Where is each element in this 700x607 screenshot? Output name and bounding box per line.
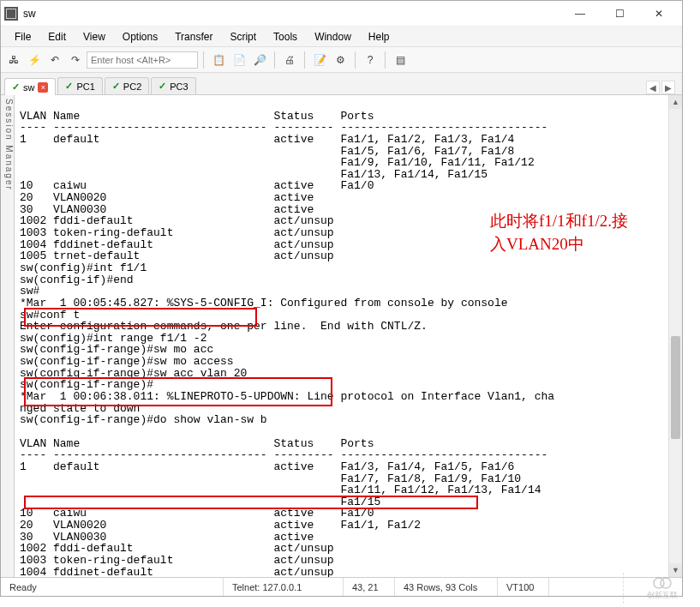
- properties-icon[interactable]: 📝: [310, 51, 329, 69]
- separator: [274, 51, 275, 69]
- host-input[interactable]: [87, 51, 198, 69]
- menu-script[interactable]: Script: [223, 29, 263, 45]
- content-area: Session Manager VLAN Name Status Ports -…: [1, 95, 682, 577]
- menubar: FileEditViewOptionsTransferScriptToolsWi…: [1, 27, 682, 47]
- window-controls: — ☐ ✕: [560, 2, 679, 26]
- status-connection: Telnet: 127.0.0.1: [224, 578, 344, 596]
- separator: [355, 51, 356, 69]
- tab-pc1[interactable]: ✓PC1: [57, 77, 102, 94]
- tab-close-icon[interactable]: ×: [38, 82, 48, 93]
- annotation-text: 此时将f1/1和f1/2.接 入VLAN20中: [490, 210, 628, 255]
- svg-point-1: [661, 578, 671, 588]
- paste-icon[interactable]: 📄: [230, 51, 248, 69]
- tab-label: PC1: [76, 81, 94, 92]
- reconnect-icon[interactable]: ↷: [66, 51, 85, 69]
- copy-icon[interactable]: 📋: [209, 51, 228, 69]
- options-icon[interactable]: ⚙: [331, 51, 350, 69]
- find-icon[interactable]: 🔎: [250, 51, 269, 69]
- separator: [304, 51, 305, 69]
- check-icon: ✓: [12, 81, 20, 93]
- tab-right-icon[interactable]: ▶: [661, 81, 675, 94]
- scroll-track[interactable]: [669, 109, 682, 563]
- print-icon[interactable]: 🖨: [280, 51, 299, 69]
- window-title: sw: [23, 8, 560, 20]
- tab-left-icon[interactable]: ◀: [646, 81, 660, 94]
- tab-scroll: ◀ ▶: [646, 81, 679, 94]
- session-manager-tab[interactable]: Session Manager: [1, 95, 15, 577]
- separator: [203, 51, 204, 69]
- tab-label: sw: [23, 82, 34, 93]
- watermark-text: 创新互联: [647, 590, 678, 601]
- status-term: VT100: [498, 578, 549, 596]
- menu-help[interactable]: Help: [362, 29, 397, 45]
- tab-sw[interactable]: ✓sw×: [4, 78, 56, 95]
- menu-transfer[interactable]: Transfer: [168, 29, 219, 45]
- scroll-thumb[interactable]: [671, 336, 680, 439]
- toggle-icon[interactable]: ▤: [391, 51, 410, 69]
- app-window: sw — ☐ ✕ FileEditViewOptionsTransferScri…: [0, 0, 683, 597]
- disconnect-icon[interactable]: ↶: [45, 51, 64, 69]
- tab-pc3[interactable]: ✓PC3: [151, 77, 195, 94]
- logo-icon: [652, 576, 673, 590]
- tab-label: PC2: [123, 81, 141, 92]
- menu-window[interactable]: Window: [308, 29, 358, 45]
- annotation-line1: 此时将f1/1和f1/2.接: [490, 212, 628, 230]
- check-icon: ✓: [112, 81, 120, 92]
- watermark: 创新互联: [623, 573, 700, 604]
- close-button[interactable]: ✕: [639, 2, 679, 26]
- help-icon[interactable]: ?: [361, 51, 380, 69]
- status-ready: Ready: [1, 578, 224, 596]
- status-size: 43 Rows, 93 Cols: [395, 578, 498, 596]
- tabbar: ✓sw×✓PC1✓PC2✓PC3 ◀ ▶: [1, 73, 682, 95]
- scroll-up-icon[interactable]: ▲: [669, 95, 682, 109]
- separator: [385, 51, 386, 69]
- toolbar: 🖧 ⚡ ↶ ↷ 📋 📄 🔎 🖨 📝 ⚙ ? ▤: [1, 47, 682, 73]
- menu-view[interactable]: View: [76, 29, 112, 45]
- tab-label: PC3: [170, 81, 188, 92]
- menu-edit[interactable]: Edit: [41, 29, 73, 45]
- maximize-button[interactable]: ☐: [600, 2, 639, 26]
- quick-connect-icon[interactable]: ⚡: [25, 51, 44, 69]
- menu-file[interactable]: File: [8, 29, 38, 45]
- menu-tools[interactable]: Tools: [266, 29, 304, 45]
- scrollbar[interactable]: ▲ ▼: [668, 95, 682, 577]
- connect-icon[interactable]: 🖧: [4, 51, 23, 69]
- titlebar: sw — ☐ ✕: [1, 1, 682, 27]
- status-cursor: 43, 21: [344, 578, 395, 596]
- minimize-button[interactable]: —: [560, 2, 600, 26]
- terminal-pane: VLAN Name Status Ports ---- ------------…: [15, 95, 682, 577]
- statusbar: Ready Telnet: 127.0.0.1 43, 21 43 Rows, …: [1, 577, 682, 596]
- app-icon: [4, 7, 18, 21]
- check-icon: ✓: [65, 81, 73, 92]
- tab-pc2[interactable]: ✓PC2: [105, 77, 149, 94]
- annotation-line2: 入VLAN20中: [490, 235, 584, 253]
- menu-options[interactable]: Options: [116, 29, 165, 45]
- check-icon: ✓: [159, 81, 166, 92]
- terminal-output[interactable]: VLAN Name Status Ports ---- ------------…: [15, 95, 682, 577]
